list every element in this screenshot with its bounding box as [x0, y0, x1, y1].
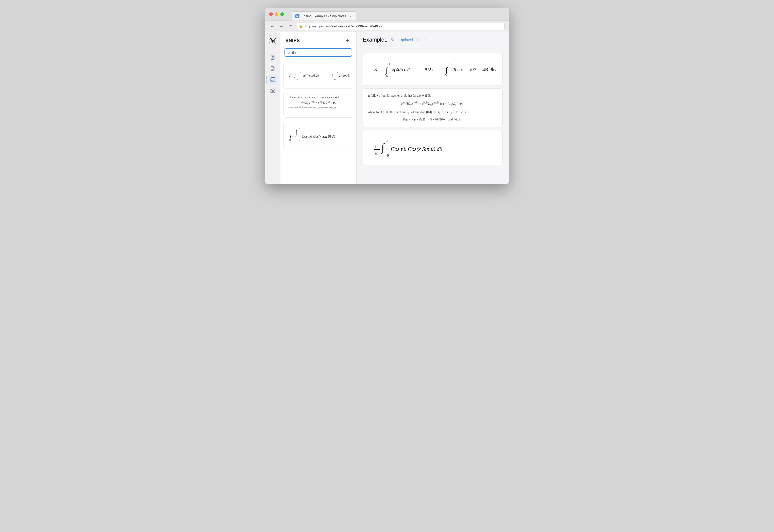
svg-text:θ: θ: [425, 67, 427, 72]
svg-text:0: 0: [297, 78, 298, 81]
svg-text:∫: ∫: [381, 141, 385, 154]
svg-text:0: 0: [335, 78, 336, 81]
snips-header: SNIPS +: [281, 32, 356, 48]
svg-text:/2): /2): [428, 67, 433, 73]
minimize-window-button[interactable]: [275, 12, 278, 16]
result-card-2-inner: It follows from [3, Section 3.1], that f…: [363, 89, 502, 127]
result-card-1-inner: S = ∫ 0 0 √(4R²cos² θ /2) = ∫ 0 0 2R cos: [363, 53, 502, 85]
svg-text:√(4R²cos²: √(4R²cos²: [392, 67, 410, 73]
svg-text:0: 0: [386, 75, 388, 78]
svg-text:∫: ∫: [385, 66, 388, 75]
browser-window: M Editing Example1 - Snip Notes × + ← → …: [265, 8, 509, 184]
address-bar: ← → ↻ 🔒 snip.mathpix.com/kaitlin/notes/7…: [265, 21, 509, 32]
svg-text:/2: /2: [493, 68, 497, 72]
svg-text:∫: ∫: [295, 129, 298, 137]
refresh-button[interactable]: ↻: [288, 23, 294, 29]
url-bar[interactable]: 🔒 snip.mathpix.com/kaitlin/notes/7e8a936…: [297, 23, 505, 30]
svg-text:0: 0: [449, 62, 450, 65]
svg-text:∫: ∫: [445, 66, 448, 75]
svg-text:Σ: Σ: [271, 79, 273, 81]
svg-text:θ: θ: [491, 67, 493, 71]
new-tab-button[interactable]: +: [358, 12, 365, 20]
add-snip-button[interactable]: +: [344, 37, 351, 44]
tab-title: Editing Example1 - Snip Notes: [302, 14, 346, 18]
forward-button[interactable]: →: [278, 23, 285, 29]
svg-text:Cos nθ Cos(x Sin θ) dθ: Cos nθ Cos(x Sin θ) dθ: [302, 134, 335, 139]
result-math-svg-1: S = ∫ 0 0 √(4R²cos² θ /2) = ∫ 0 0 2R cos: [368, 57, 497, 80]
svg-text:0: 0: [300, 71, 301, 74]
notes-icon: [270, 55, 276, 60]
sidebar-item-math[interactable]: Σ: [268, 75, 278, 85]
sidebar: ℳ PDF Σ: [265, 32, 281, 184]
search-icon: ⌕: [288, 50, 290, 55]
camera-icon: [270, 88, 276, 94]
svg-text:0: 0: [389, 62, 391, 65]
svg-text:2R cos(θ/2): 2R cos(θ/2): [339, 74, 350, 77]
note-title: Example1: [363, 37, 388, 43]
back-button[interactable]: ←: [269, 23, 275, 29]
svg-text:= 4R sin: = 4R sin: [478, 67, 496, 72]
svg-text:0: 0: [387, 154, 389, 157]
tab-bar: M Editing Example1 - Snip Notes × +: [292, 8, 365, 21]
edit-title-icon[interactable]: ✎: [391, 37, 394, 43]
main-header: Example1 ✎ Updated June 2: [357, 32, 509, 48]
lock-icon: 🔒: [300, 25, 303, 28]
snip-card-2[interactable]: It follows from [3, Section 3.1], that f…: [284, 92, 353, 118]
search-box[interactable]: ⌕ ×: [285, 48, 352, 57]
browser-titlebar: M Editing Example1 - Snip Notes × +: [265, 8, 509, 21]
svg-text:S =: S =: [374, 67, 382, 72]
svg-text:2R cos: 2R cos: [451, 67, 464, 72]
snip-preview-1: S = ∫ 0 0 √(4R²cos²θ/2) = ∫ 0 0 2R cos(θ…: [284, 62, 353, 88]
snips-title: SNIPS: [286, 38, 300, 43]
svg-text:√(4R²cos²θ/2): √(4R²cos²θ/2): [303, 74, 319, 77]
svg-text:1: 1: [374, 143, 377, 150]
svg-text:S = ∫: S = ∫: [289, 74, 296, 78]
snip-preview-2: It follows from [3, Section 3.1], that f…: [284, 92, 353, 117]
snips-panel: SNIPS + ⌕ × S = ∫ 0 0 √: [281, 32, 357, 184]
svg-text:π: π: [386, 138, 389, 142]
svg-text:θ: θ: [470, 67, 472, 72]
math-preview-svg-1: S = ∫ 0 0 √(4R²cos²θ/2) = ∫ 0 0 2R cos(θ…: [287, 65, 350, 85]
sidebar-item-camera[interactable]: [268, 86, 278, 96]
sidebar-item-pdf[interactable]: PDF: [268, 63, 278, 74]
app-logo: ℳ: [268, 36, 278, 46]
updated-date: June 2: [416, 38, 427, 42]
math-icon: Σ: [270, 77, 276, 82]
tab-close-button[interactable]: ×: [348, 14, 352, 18]
active-tab[interactable]: M Editing Example1 - Snip Notes ×: [292, 11, 356, 21]
svg-text:= ∫: = ∫: [329, 74, 333, 78]
snips-list: S = ∫ 0 0 √(4R²cos²θ/2) = ∫ 0 0 2R cos(θ…: [281, 61, 356, 184]
svg-text:π: π: [375, 150, 378, 156]
snip-card-1[interactable]: S = ∫ 0 0 √(4R²cos²θ/2) = ∫ 0 0 2R cos(θ…: [284, 62, 353, 89]
snip-preview-3: 1 π ∫ π 0 Cos nθ Cos(x Sin θ) dθ: [284, 121, 353, 149]
result-card-2: It follows from [3, Section 3.1], that f…: [363, 88, 503, 127]
search-input[interactable]: [292, 50, 345, 55]
svg-text:Cos nθ Cos(x Sin θ) dθ: Cos nθ Cos(x Sin θ) dθ: [391, 146, 442, 152]
result-math-svg-3: 1 π ∫ π 0 Cos nθ Cos(x Sin θ) dθ: [368, 134, 497, 160]
svg-text:0: 0: [337, 71, 338, 74]
updated-label: Updated: [399, 38, 413, 42]
svg-text:π: π: [299, 127, 300, 130]
traffic-lights: [269, 12, 284, 16]
logo-text: ℳ: [269, 37, 276, 45]
svg-text:0: 0: [446, 75, 447, 78]
result-card-3-inner: 1 π ∫ π 0 Cos nθ Cos(x Sin θ) dθ: [363, 130, 502, 165]
fullscreen-window-button[interactable]: [281, 12, 284, 16]
pdf-icon: PDF: [270, 66, 276, 71]
snip-card-3[interactable]: 1 π ∫ π 0 Cos nθ Cos(x Sin θ) dθ: [284, 121, 353, 149]
clear-search-button[interactable]: ×: [347, 50, 349, 55]
sidebar-item-notes[interactable]: [268, 52, 278, 62]
result-card-1: S = ∫ 0 0 √(4R²cos² θ /2) = ∫ 0 0 2R cos: [363, 53, 503, 85]
result-card-3: 1 π ∫ π 0 Cos nθ Cos(x Sin θ) dθ: [363, 130, 503, 165]
url-text: snip.mathpix.com/kaitlin/notes/7e8a936e-…: [305, 24, 384, 28]
svg-text:=: =: [436, 67, 439, 72]
svg-text:PDF: PDF: [271, 69, 274, 70]
main-content: Example1 ✎ Updated June 2 S = ∫ 0 0 √(4R…: [357, 32, 509, 184]
close-window-button[interactable]: [269, 12, 273, 16]
math-preview-svg-3: 1 π ∫ π 0 Cos nθ Cos(x Sin θ) dθ: [287, 124, 350, 146]
tab-favicon: M: [295, 14, 300, 18]
svg-text:0: 0: [299, 140, 300, 143]
svg-point-8: [272, 91, 273, 91]
app-container: ℳ PDF Σ: [265, 32, 509, 184]
svg-text:/2: /2: [473, 67, 476, 72]
